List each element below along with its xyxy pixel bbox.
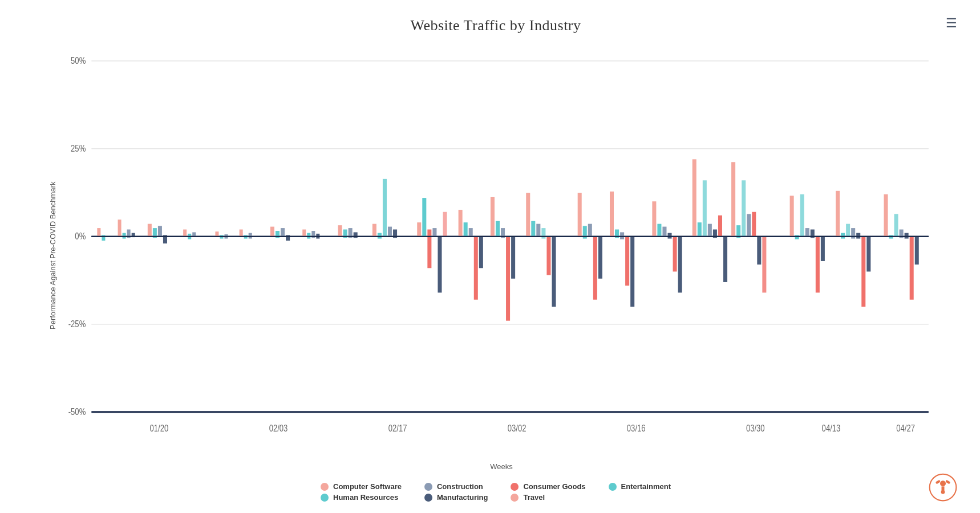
svg-rect-84 xyxy=(625,237,629,286)
legend-dot-manufacturing xyxy=(424,494,432,502)
svg-text:25%: 25% xyxy=(71,144,86,154)
svg-rect-75 xyxy=(552,237,556,307)
svg-rect-76 xyxy=(578,193,582,237)
svg-rect-132 xyxy=(936,480,941,484)
svg-rect-81 xyxy=(610,192,614,237)
svg-text:03/16: 03/16 xyxy=(627,424,646,434)
svg-rect-56 xyxy=(427,230,431,268)
legend-label-entertainment: Entertainment xyxy=(621,482,671,491)
svg-point-129 xyxy=(940,481,946,486)
svg-rect-97 xyxy=(718,215,722,237)
legend-label-computer-software: Computer Software xyxy=(333,482,402,491)
chart-container: Website Traffic by Industry ☰ Performanc… xyxy=(0,0,980,513)
hamburger-menu-icon[interactable]: ☰ xyxy=(946,17,957,30)
svg-rect-59 xyxy=(443,212,447,237)
svg-rect-85 xyxy=(630,237,634,307)
svg-rect-66 xyxy=(496,221,500,237)
svg-point-131 xyxy=(941,490,945,494)
svg-rect-34 xyxy=(240,230,243,237)
svg-rect-64 xyxy=(479,237,483,268)
svg-rect-62 xyxy=(469,228,473,237)
legend-dot-construction xyxy=(424,483,432,491)
svg-rect-99 xyxy=(731,162,735,237)
svg-rect-61 xyxy=(464,222,468,237)
hubspot-logo xyxy=(929,473,957,502)
legend-item-cs-hr: Computer Software Human Resources xyxy=(321,482,402,502)
legend-label-consumer-goods: Consumer Goods xyxy=(523,482,585,491)
legend-label-construction: Construction xyxy=(437,482,483,491)
svg-rect-119 xyxy=(866,237,870,272)
svg-rect-102 xyxy=(747,214,751,236)
svg-text:04/13: 04/13 xyxy=(822,424,841,434)
svg-rect-52 xyxy=(388,227,392,237)
svg-text:50%: 50% xyxy=(71,56,86,66)
chart-svg: 50% 25% 0% -25% -50% 01/20 02/03 02/17 0… xyxy=(57,40,946,461)
svg-text:-25%: -25% xyxy=(68,319,86,329)
svg-rect-49 xyxy=(372,224,376,237)
legend-dot-travel xyxy=(511,494,519,502)
svg-rect-88 xyxy=(662,227,666,237)
legend-row-construction: Construction xyxy=(424,482,483,491)
svg-rect-54 xyxy=(417,222,421,237)
svg-rect-71 xyxy=(531,221,535,237)
x-axis-label: Weeks xyxy=(57,462,946,471)
svg-rect-118 xyxy=(861,237,865,307)
svg-rect-109 xyxy=(805,228,809,237)
legend-label-manufacturing: Manufacturing xyxy=(437,493,488,502)
svg-rect-28 xyxy=(183,230,187,237)
svg-rect-20 xyxy=(118,219,122,237)
svg-rect-104 xyxy=(757,237,761,264)
svg-rect-133 xyxy=(945,480,950,484)
svg-rect-120 xyxy=(884,194,888,237)
svg-rect-60 xyxy=(459,210,463,237)
svg-rect-94 xyxy=(703,180,707,237)
svg-text:0%: 0% xyxy=(75,231,86,242)
svg-text:03/02: 03/02 xyxy=(508,424,527,434)
chart-title: Website Traffic by Industry xyxy=(410,17,581,34)
svg-rect-74 xyxy=(546,237,550,275)
legend-dot-consumer-goods xyxy=(511,483,519,491)
legend-dot-human-resources xyxy=(321,494,329,502)
legend-row-travel: Travel xyxy=(511,493,545,502)
legend-row-cs: Computer Software xyxy=(321,482,402,491)
svg-rect-31 xyxy=(215,231,218,237)
svg-rect-90 xyxy=(673,237,677,272)
svg-rect-111 xyxy=(816,237,820,293)
svg-rect-41 xyxy=(302,230,306,237)
svg-rect-18 xyxy=(97,228,100,237)
svg-rect-63 xyxy=(474,237,478,300)
legend-item-entertainment: Entertainment xyxy=(609,482,671,491)
svg-rect-26 xyxy=(158,226,162,236)
svg-rect-86 xyxy=(652,201,656,237)
svg-text:-50%: -50% xyxy=(68,406,86,417)
legend-dot-entertainment xyxy=(609,483,617,491)
svg-rect-80 xyxy=(598,237,602,279)
svg-rect-58 xyxy=(438,237,442,293)
svg-text:04/27: 04/27 xyxy=(896,424,915,434)
svg-rect-108 xyxy=(800,194,804,237)
chart-legend: Computer Software Human Resources Constr… xyxy=(321,477,671,502)
svg-rect-57 xyxy=(432,228,436,237)
legend-row-manufacturing: Manufacturing xyxy=(424,493,488,502)
svg-rect-93 xyxy=(698,222,702,237)
svg-rect-113 xyxy=(836,191,840,237)
svg-rect-105 xyxy=(762,237,766,293)
svg-text:02/03: 02/03 xyxy=(269,424,288,434)
legend-label-human-resources: Human Resources xyxy=(333,493,398,502)
svg-text:03/30: 03/30 xyxy=(746,424,765,434)
svg-rect-91 xyxy=(678,237,682,293)
legend-item-const-mfg: Construction Manufacturing xyxy=(424,482,488,502)
legend-row-consumer-goods: Consumer Goods xyxy=(511,482,585,491)
svg-rect-45 xyxy=(338,225,342,237)
svg-rect-103 xyxy=(752,212,756,237)
svg-rect-115 xyxy=(846,224,850,237)
svg-rect-122 xyxy=(894,214,898,236)
svg-text:01/20: 01/20 xyxy=(150,424,169,434)
svg-rect-87 xyxy=(657,224,661,237)
svg-rect-125 xyxy=(910,237,914,300)
svg-rect-92 xyxy=(693,159,696,236)
svg-rect-51 xyxy=(383,179,387,237)
svg-rect-65 xyxy=(491,197,495,237)
svg-rect-95 xyxy=(708,224,712,237)
legend-label-travel: Travel xyxy=(523,493,545,502)
